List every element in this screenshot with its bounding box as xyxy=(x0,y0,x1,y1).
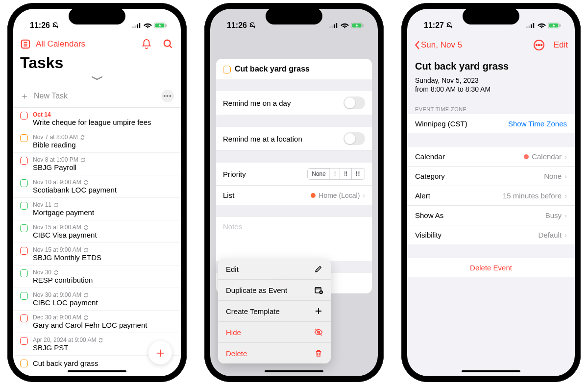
calendar-row[interactable]: Calendar Calendar› xyxy=(407,147,575,167)
svg-rect-16 xyxy=(336,23,337,28)
calendar-plus-icon xyxy=(314,286,323,294)
svg-rect-13 xyxy=(329,26,331,28)
priority-segmented[interactable]: None ! !! !!! xyxy=(307,168,365,180)
task-checkbox[interactable] xyxy=(20,179,28,187)
task-checkbox[interactable] xyxy=(20,292,28,300)
priority-none[interactable]: None xyxy=(308,169,330,179)
menu-icon[interactable] xyxy=(20,39,31,49)
timezone-value: Winnipeg (CST) xyxy=(415,120,467,128)
task-title: Gary and Carol Fehr LOC payment xyxy=(33,321,174,329)
more-circle-icon[interactable] xyxy=(533,39,545,51)
event-date: Sunday, Nov 5, 2023 xyxy=(415,76,567,85)
category-row[interactable]: Category None› xyxy=(407,167,575,186)
event-time: from 8:00 AM to 8:30 AM xyxy=(415,85,567,94)
task-item[interactable]: Nov 10 at 9:00 AM Scotiabank LOC payment xyxy=(13,175,181,198)
more-icon[interactable]: ••• xyxy=(161,90,174,102)
timezone-row[interactable]: Winnipeg (CST) Show Time Zones xyxy=(407,114,575,133)
remind-day-toggle[interactable] xyxy=(343,96,365,109)
task-title: Mortgage payment xyxy=(33,208,174,217)
calendars-label[interactable]: All Calendars xyxy=(36,39,131,49)
delete-event-button[interactable]: Delete Event xyxy=(407,258,575,277)
svg-rect-19 xyxy=(363,24,364,27)
visibility-row[interactable]: Visibility Default› xyxy=(407,225,575,244)
page-title: Tasks xyxy=(20,54,174,72)
priority-low[interactable]: ! xyxy=(330,169,340,179)
remind-day-label: Remind me on a day xyxy=(223,99,291,107)
showas-row[interactable]: Show As Busy› xyxy=(407,206,575,225)
battery-icon xyxy=(548,23,561,28)
svg-point-41 xyxy=(541,45,542,46)
task-checkbox[interactable] xyxy=(20,134,28,142)
menu-template[interactable]: Create Template xyxy=(218,301,331,322)
task-item[interactable]: Dec 30 at 9:00 AM Gary and Carol Fehr LO… xyxy=(13,311,181,333)
chevron-right-icon: › xyxy=(564,231,567,239)
plus-icon: ＋ xyxy=(20,90,29,102)
menu-delete[interactable]: Delete xyxy=(218,343,331,363)
silent-icon xyxy=(249,22,256,29)
clock: 11:26 xyxy=(227,21,247,30)
task-checkbox[interactable] xyxy=(20,269,28,277)
svg-rect-6 xyxy=(166,24,167,27)
priority-row: Priority None ! !! !!! xyxy=(216,163,372,186)
priority-high[interactable]: !!! xyxy=(352,169,365,179)
task-date: Dec 30 at 9:00 AM xyxy=(33,314,174,321)
svg-point-11 xyxy=(164,40,171,47)
task-title: Bible reading xyxy=(33,141,174,149)
battery-icon xyxy=(154,23,167,28)
task-checkbox[interactable] xyxy=(20,360,28,367)
add-fab[interactable]: ＋ xyxy=(148,341,172,364)
priority-med[interactable]: !! xyxy=(340,169,352,179)
context-menu: Edit Duplicate as Event Create Template … xyxy=(218,259,331,363)
list-row[interactable]: List Home (Local) › xyxy=(216,186,372,205)
task-item[interactable]: Nov 15 at 9:00 AM SBJG Monthly ETDS xyxy=(13,243,181,265)
silent-icon xyxy=(52,22,59,29)
notes-field[interactable]: Notes xyxy=(216,217,372,261)
wifi-icon xyxy=(538,23,546,28)
task-checkbox[interactable] xyxy=(20,337,28,345)
task-checkbox[interactable] xyxy=(20,157,28,165)
task-title: RESP contribution xyxy=(33,276,174,284)
task-checkbox[interactable] xyxy=(20,202,28,210)
plus-icon xyxy=(314,307,323,315)
signal-icon xyxy=(526,23,535,28)
task-list: Oct 14 Write cheque for league umpire fe… xyxy=(13,108,181,376)
task-checkbox[interactable] xyxy=(223,66,231,73)
bell-icon[interactable] xyxy=(141,38,152,50)
search-icon[interactable] xyxy=(162,38,174,50)
task-checkbox[interactable] xyxy=(20,224,28,232)
menu-edit[interactable]: Edit xyxy=(218,259,331,280)
dynamic-island xyxy=(69,8,125,24)
task-item[interactable]: Nov 8 at 1:00 PM SBJG Payroll xyxy=(13,153,181,175)
task-item[interactable]: Nov 11 Mortgage payment xyxy=(13,198,181,220)
task-checkbox[interactable] xyxy=(20,112,28,120)
task-date: Apr 20, 2024 at 9:00 AM xyxy=(33,337,174,343)
chevron-right-icon: › xyxy=(564,211,567,219)
task-date: Nov 15 at 9:00 AM xyxy=(33,224,174,231)
collapse-chevron[interactable] xyxy=(13,73,181,86)
show-timezones-link[interactable]: Show Time Zones xyxy=(508,120,567,128)
task-checkbox[interactable] xyxy=(20,314,28,322)
dynamic-island xyxy=(266,8,322,24)
task-item[interactable]: Nov 15 at 9:00 AM CIBC Visa payment xyxy=(13,220,181,243)
remind-loc-toggle[interactable] xyxy=(343,132,365,145)
visibility-label: Visibility xyxy=(415,231,441,239)
task-date: Nov 10 at 9:00 AM xyxy=(33,179,174,186)
category-label: Category xyxy=(415,172,445,180)
menu-duplicate[interactable]: Duplicate as Event xyxy=(218,280,331,301)
phone-event-detail: 11:27 Sun, Nov 5 Edit Cut back yard gras… xyxy=(401,3,581,382)
visibility-value: Default xyxy=(538,231,562,239)
task-item[interactable]: Oct 14 Write cheque for league umpire fe… xyxy=(13,108,181,130)
task-item[interactable]: Nov 30 at 9:00 AM CIBC LOC payment xyxy=(13,288,181,311)
back-button[interactable]: Sun, Nov 5 xyxy=(414,40,530,50)
event-title: Cut back yard grass xyxy=(415,61,567,72)
menu-hide-label: Hide xyxy=(226,328,241,337)
wifi-icon xyxy=(341,23,349,28)
calendar-label: Calendar xyxy=(415,152,445,161)
alert-row[interactable]: Alert 15 minutes before› xyxy=(407,186,575,206)
new-task-row[interactable]: ＋ New Task ••• xyxy=(13,86,181,108)
task-item[interactable]: Nov 7 at 8:00 AM Bible reading xyxy=(13,130,181,153)
menu-hide[interactable]: Hide xyxy=(218,322,331,343)
task-checkbox[interactable] xyxy=(20,247,28,255)
edit-button[interactable]: Edit xyxy=(554,40,568,50)
task-item[interactable]: Nov 30 RESP contribution xyxy=(13,265,181,288)
